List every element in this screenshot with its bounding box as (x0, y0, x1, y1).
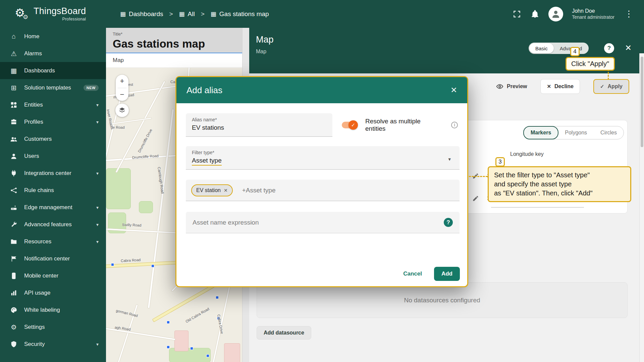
asset-type-chip[interactable]: EV station ✕ (191, 184, 233, 196)
sidebar-item-api-usage[interactable]: API usage (0, 284, 106, 301)
tab-markers[interactable]: Markers (523, 126, 558, 139)
sidebar-item-dashboards[interactable]: ▦Dashboards (0, 62, 106, 79)
sidebar-item-label: Dashboards (24, 67, 55, 74)
sidebar-item-label: Notification center (24, 255, 70, 262)
close-icon[interactable]: ✕ (625, 43, 632, 53)
sidebar-item-resources[interactable]: Resources▾ (0, 233, 106, 250)
breadcrumb-gas-stations-map[interactable]: ▦ Gas stations map (211, 10, 269, 18)
sidebar-menu: ⌂Home⚠Alarms▦Dashboards⊞Solution templat… (0, 28, 106, 353)
sidebar-item-integrations-center[interactable]: Integrations center▾ (0, 165, 106, 182)
resolve-multiple-row: ✓ Resolve as multiple entities i (342, 118, 458, 132)
customers-icon (9, 135, 18, 143)
user-avatar[interactable] (548, 7, 563, 21)
notifications-bell-icon[interactable] (530, 9, 540, 19)
map-vertex-marker (167, 321, 169, 323)
dialog-close-icon[interactable]: ✕ (450, 85, 457, 95)
dialog-title: Add alias (186, 85, 222, 96)
filter-type-select[interactable]: Filter type* Asset type ▾ (186, 146, 460, 170)
step-4-callout: Click "Apply" (566, 57, 615, 71)
info-icon[interactable]: i (451, 122, 458, 128)
sidebar-item-notification-center[interactable]: Notification center (0, 250, 106, 267)
alias-name-field[interactable]: Alias name* EV stations (186, 113, 332, 137)
asset-type-chips-field[interactable]: EV station ✕ +Asset type (186, 180, 460, 201)
basic-advanced-toggle: Basic Advanced (529, 43, 589, 54)
dashboard-title-field[interactable]: Title* Gas stations map (106, 28, 242, 53)
dashboards-grid-icon: ▦ (179, 10, 185, 18)
sidebar-item-security[interactable]: Security▾ (0, 336, 106, 353)
brand-subtitle: Professional (34, 17, 86, 21)
step-4-badge: 4 (570, 47, 580, 56)
step-3-connector (469, 176, 488, 177)
fullscreen-icon[interactable] (512, 9, 522, 19)
cancel-button[interactable]: Cancel (403, 270, 422, 277)
sidebar-item-entities[interactable]: Entities▾ (0, 96, 106, 113)
remove-chip-icon[interactable]: ✕ (224, 188, 228, 193)
asset-name-expression-field[interactable]: Asset name expression ? (186, 212, 460, 233)
filter-type-label: Filter type* (192, 150, 453, 155)
chevron-down-icon: ▾ (96, 119, 99, 125)
zoom-out-button[interactable]: − (116, 88, 128, 101)
street-label: Inver Road (106, 109, 114, 127)
edit-pencil-icon[interactable] (472, 194, 480, 202)
sidebar-item-label: Integrations center (24, 170, 71, 177)
scrollbar-thumb[interactable] (641, 57, 643, 147)
longitude-key-input[interactable] (491, 207, 584, 207)
breadcrumb: ▦ Dashboards > ▦ All > ▦ Gas stations ma… (120, 10, 269, 18)
brand-name: ThingsBoard (34, 7, 86, 16)
sidebar-item-mobile-center[interactable]: Mobile center (0, 267, 106, 284)
breadcrumb-separator: > (201, 10, 205, 18)
help-icon[interactable]: ? (604, 43, 614, 53)
title-field-value: Gas stations map (113, 38, 235, 50)
alias-name-value: EV stations (192, 124, 224, 131)
resolve-multiple-toggle[interactable]: ✓ (342, 122, 357, 128)
sidebar-item-advanced-features[interactable]: Advanced features▾ (0, 216, 106, 233)
sidebar-item-users[interactable]: Users (0, 147, 106, 165)
zoom-in-button[interactable]: + (116, 75, 128, 88)
panel-scrollbar[interactable] (639, 53, 644, 362)
street-label: Drumcliffe Drive (137, 128, 153, 153)
add-datasource-button[interactable]: Add datasource (257, 326, 311, 340)
sidebar-item-home[interactable]: ⌂Home (0, 28, 106, 45)
tab-circles[interactable]: Circles (594, 126, 624, 139)
breadcrumb-all[interactable]: ▦ All (179, 10, 195, 18)
top-header: ⚙⚙ ThingsBoard Professional ▦ Dashboards… (0, 0, 644, 28)
sidebar-item-edge-management[interactable]: Edge management▾ (0, 199, 106, 216)
app: ⚙⚙ ThingsBoard Professional ▦ Dashboards… (0, 0, 644, 362)
map-vertex-marker (207, 355, 209, 357)
map-vertex-marker (111, 263, 114, 266)
street-label: Swilly Road (122, 223, 142, 227)
sidebar-item-settings[interactable]: ⚙Settings (0, 318, 106, 336)
breadcrumb-dashboards[interactable]: ▦ Dashboards (120, 10, 163, 18)
sidebar-item-white-labeling[interactable]: White labeling (0, 301, 106, 318)
dialog-header: Add alias ✕ (176, 77, 467, 103)
no-datasources-box: No datasources configured (257, 282, 628, 318)
decline-button[interactable]: ✕ Decline (540, 79, 580, 94)
breadcrumb-label: Dashboards (129, 10, 163, 18)
more-options-icon[interactable]: ⋮ (623, 9, 635, 19)
sidebar-item-profiles[interactable]: Profiles▾ (0, 113, 106, 130)
chevron-down-icon: ▾ (96, 102, 99, 108)
chevron-down-icon: ▾ (96, 205, 99, 210)
map-park-area (139, 201, 153, 213)
add-button[interactable]: Add (434, 267, 460, 281)
dialog-body: Alias name* EV stations ✓ Resolve as mul… (176, 103, 467, 233)
preview-button[interactable]: Preview (496, 83, 527, 90)
sidebar-item-rule-chains[interactable]: Rule chains (0, 182, 106, 199)
help-circle-icon[interactable]: ? (444, 218, 453, 227)
user-info[interactable]: John Doe Tenant administrator (572, 8, 614, 20)
map-park-area (106, 168, 131, 209)
sidebar-item-solution-templates[interactable]: ⊞Solution templatesNEW (0, 79, 106, 96)
apply-button[interactable]: ✓ Apply (593, 79, 629, 94)
tab-basic[interactable]: Basic (529, 43, 554, 53)
sidebar-item-customers[interactable]: Customers (0, 130, 106, 147)
profiles-icon (9, 118, 18, 126)
sidebar-item-alarms[interactable]: ⚠Alarms (0, 45, 106, 62)
thingsboard-logo[interactable]: ⚙⚙ ThingsBoard Professional (0, 7, 106, 21)
settings-toolbar: Preview ✕ Decline ✓ Apply (496, 79, 629, 94)
add-alias-dialog: Add alias ✕ Alias name* EV stations ✓ Re… (175, 76, 468, 287)
tab-polygons[interactable]: Polygons (558, 126, 594, 139)
step-4-text: Click "Apply" (571, 60, 609, 67)
dashboards-grid-icon: ▦ (211, 10, 216, 18)
map-layers-button[interactable] (115, 104, 129, 117)
sidebar-item-label: Profiles (24, 119, 43, 125)
